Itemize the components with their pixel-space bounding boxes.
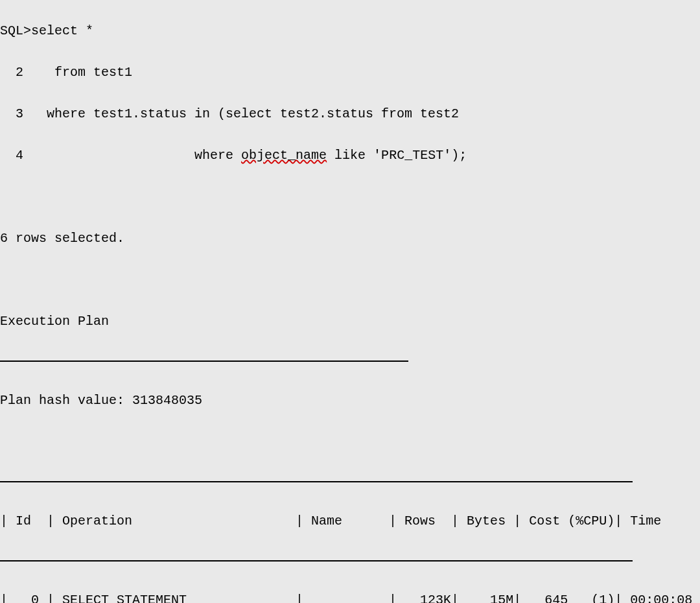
rows-selected: 6 rows selected. bbox=[0, 228, 700, 249]
plan-hash-label: Plan hash value: bbox=[0, 393, 132, 408]
sql-text: select * bbox=[31, 23, 93, 38]
line-number: 3 bbox=[0, 106, 23, 121]
sql-line-2: 2 from test1 bbox=[0, 62, 700, 83]
sql-line-4: 4 where object_name like 'PRC_TEST'); bbox=[0, 145, 700, 166]
line-number: 4 bbox=[0, 148, 23, 163]
separator-line bbox=[0, 361, 408, 362]
plan-row-0: | 0 | SELECT STATEMENT | | 123K| 15M| 64… bbox=[0, 590, 700, 603]
sql-text: like 'PRC_TEST'); bbox=[327, 148, 467, 163]
spellcheck-word: object_name bbox=[241, 148, 327, 163]
sql-line-1: SQL>select * bbox=[0, 21, 700, 41]
separator-line bbox=[0, 481, 633, 482]
execution-plan-title: Execution Plan bbox=[0, 311, 700, 332]
plan-hash: Plan hash value: 313848035 bbox=[0, 390, 700, 411]
plan-table-header: | Id | Operation | Name | Rows | Bytes |… bbox=[0, 511, 700, 532]
sql-text: where bbox=[23, 148, 241, 163]
line-number: 2 bbox=[0, 65, 23, 80]
sql-prompt: SQL> bbox=[0, 23, 31, 38]
terminal-output: SQL>select * 2 from test1 3 where test1.… bbox=[0, 0, 700, 603]
sql-text: where test1.status in (select test2.stat… bbox=[23, 106, 459, 121]
separator-line bbox=[0, 560, 633, 562]
plan-hash-value: 313848035 bbox=[132, 393, 202, 408]
sql-text: from test1 bbox=[23, 65, 132, 80]
sql-line-3: 3 where test1.status in (select test2.st… bbox=[0, 104, 700, 124]
